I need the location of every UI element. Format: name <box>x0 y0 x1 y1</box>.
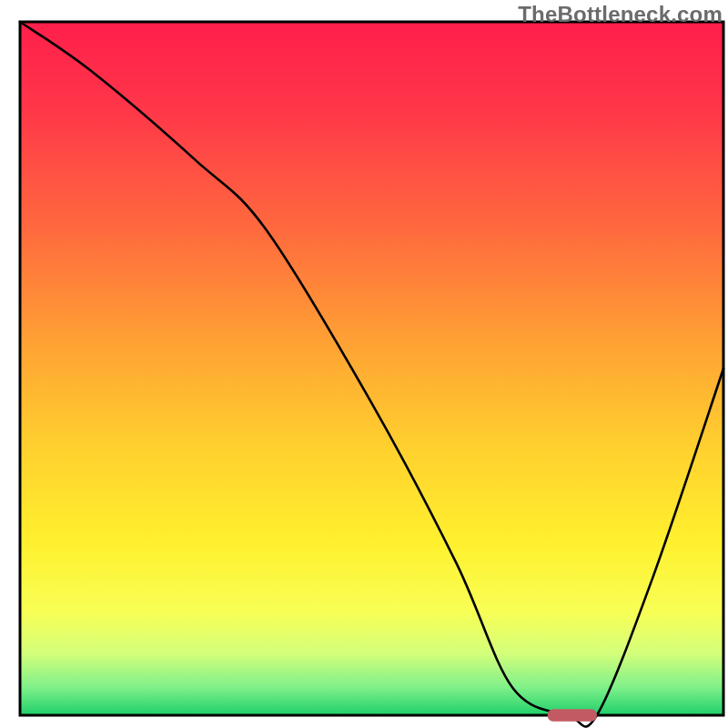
chart-container: TheBottleneck.com <box>0 0 728 728</box>
watermark-text: TheBottleneck.com <box>518 2 723 27</box>
bottleneck-chart <box>0 0 728 728</box>
chart-background <box>20 22 723 715</box>
optimal-range-marker <box>548 709 597 722</box>
